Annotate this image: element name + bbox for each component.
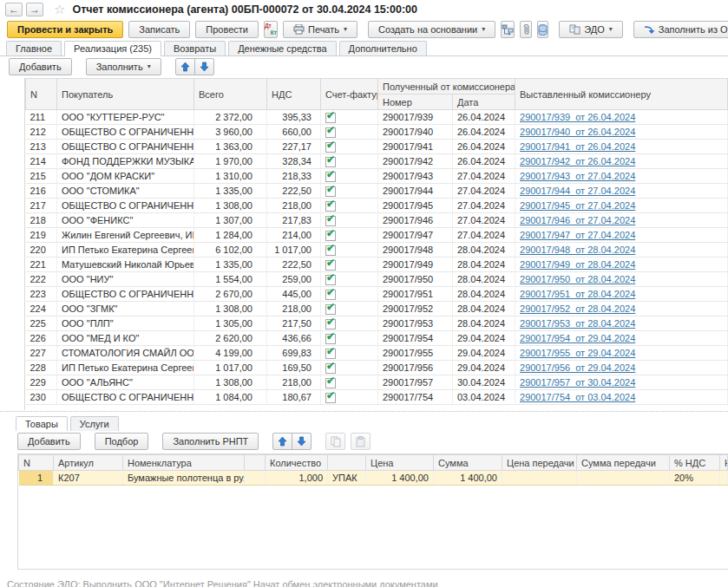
invoice-checkbox[interactable]: ✔ [325, 290, 336, 300]
goods-col-n[interactable]: N [19, 455, 54, 471]
goods-add-button[interactable]: Добавить [17, 433, 81, 450]
goods-col-vat[interactable]: % НДС [670, 455, 720, 471]
issued-invoice-link[interactable]: 290017/939 от 26.04.2024 [520, 112, 635, 122]
related-documents-button[interactable] [501, 21, 515, 38]
realization-row[interactable]: 228 ИП Петько Екатерина Сергеевна 1 017,… [26, 361, 728, 375]
invoice-checkbox[interactable]: ✔ [325, 172, 336, 182]
realization-row[interactable]: 215 ООО "ДОМ КРАСКИ" 1 310,00 218,33 ✔ 2… [26, 169, 728, 184]
issued-invoice-link[interactable]: 290017/952 от 28.04.2024 [520, 303, 635, 314]
write-button[interactable]: Записать [128, 21, 190, 38]
move-up-button[interactable] [175, 58, 195, 75]
realization-row[interactable]: 224 ООО "ЗГМК" 1 308,00 218,00 ✔ 290017/… [26, 302, 728, 316]
issued-invoice-link[interactable]: 290017/942 от 26.04.2024 [520, 156, 635, 166]
issued-invoice-link[interactable]: 290017/944 от 27.04.2024 [520, 186, 635, 196]
tab[interactable]: Реализация (235) [64, 41, 161, 55]
invoice-checkbox[interactable]: ✔ [325, 334, 336, 344]
issued-invoice-link[interactable]: 290017/754 от 03.04.2024 [520, 392, 635, 402]
move-down-button[interactable] [194, 58, 214, 75]
paste-row-button[interactable] [351, 433, 371, 450]
realization-row[interactable]: 214 ФОНД ПОДДЕРЖКИ МУЗЫКА… 1 970,00 328,… [26, 154, 728, 169]
issued-invoice-link[interactable]: 290017/954 от 29.04.2024 [520, 333, 635, 343]
invoice-checkbox[interactable]: ✔ [325, 393, 336, 403]
tab[interactable]: Главное [6, 41, 62, 55]
goods-col-sum[interactable]: Сумма [434, 455, 502, 471]
goods-col-quantity[interactable]: Количество [266, 455, 328, 471]
back-button[interactable]: ← [5, 3, 23, 16]
attachments-button[interactable] [520, 21, 532, 38]
invoice-checkbox[interactable]: ✔ [325, 157, 336, 167]
issued-invoice-link[interactable]: 290017/955 от 29.04.2024 [520, 348, 635, 358]
realization-row[interactable]: 218 ООО "ФЕНИКС" 1 307,00 217,83 ✔ 29001… [26, 213, 728, 228]
tab[interactable]: Услуги [70, 416, 119, 431]
invoice-checkbox[interactable]: ✔ [325, 186, 336, 197]
issued-invoice-link[interactable]: 290017/940 от 26.04.2024 [520, 127, 635, 137]
realization-row[interactable]: 219 Жилин Евгений Сергеевич, ИП 1 284,00… [26, 228, 728, 243]
invoice-checkbox[interactable]: ✔ [325, 127, 336, 138]
realization-row[interactable]: 212 ОБЩЕСТВО С ОГРАНИЧЕНН… 3 960,00 660,… [26, 125, 728, 140]
invoice-checkbox[interactable]: ✔ [325, 201, 336, 212]
print-button[interactable]: Печать ▾ [283, 21, 357, 38]
realization-row[interactable]: 223 ОБЩЕСТВО С ОГРАНИЧЕНН… 2 670,00 445,… [26, 287, 728, 302]
tab[interactable]: Денежные средства [228, 41, 336, 55]
issued-invoice-link[interactable]: 290017/945 от 27.04.2024 [520, 200, 635, 211]
realization-row[interactable]: 221 Матушевский Николай Юрьевич 1 335,00… [26, 258, 728, 272]
add-row-button[interactable]: Добавить [9, 58, 72, 75]
col-header-invoice[interactable]: Счет-фактура [321, 79, 378, 110]
invoice-checkbox[interactable]: ✔ [325, 378, 336, 388]
realization-row[interactable]: 227 СТОМАТОЛОГИЯ СМАЙЛ ООО 4 199,00 699,… [26, 346, 728, 361]
invoice-checkbox[interactable]: ✔ [325, 231, 336, 241]
goods-col-nomenclature[interactable]: Номенклатура [123, 455, 245, 471]
issued-invoice-link[interactable]: 290017/943 от 27.04.2024 [520, 171, 635, 181]
invoice-checkbox[interactable]: ✔ [325, 245, 336, 256]
issued-invoice-link[interactable]: 290017/953 от 28.04.2024 [520, 318, 635, 329]
forward-button[interactable]: → [26, 3, 43, 16]
col-header-vat[interactable]: НДС [267, 79, 321, 110]
fill-button[interactable]: Заполнить ▾ [86, 58, 161, 75]
goods-move-up-button[interactable] [272, 433, 292, 450]
realization-row[interactable]: 213 ОБЩЕСТВО С ОГРАНИЧЕНН… 1 363,00 227,… [26, 140, 728, 154]
post-and-close-button[interactable]: Провести и закрыть [7, 21, 123, 38]
col-header-buyer[interactable]: Покупатель [57, 79, 194, 110]
invoice-checkbox[interactable]: ✔ [325, 216, 336, 226]
issued-invoice-link[interactable]: 290017/946 от 27.04.2024 [520, 215, 635, 225]
post-button[interactable]: Провести [195, 21, 259, 38]
goods-col-transfer-sum[interactable]: Сумма передачи [577, 455, 670, 471]
goods-col-transfer-price[interactable]: Цена передачи [502, 455, 577, 471]
tab[interactable]: Возвраты [164, 41, 226, 55]
copy-row-button[interactable] [325, 433, 345, 450]
issued-invoice-link[interactable]: 290017/941 от 26.04.2024 [520, 141, 635, 152]
issued-invoice-link[interactable]: 290017/948 от 28.04.2024 [520, 245, 635, 255]
col-header-n[interactable]: N [26, 79, 57, 110]
issued-invoice-link[interactable]: 290017/950 от 28.04.2024 [520, 274, 635, 284]
invoice-checkbox[interactable]: ✔ [325, 142, 336, 153]
col-header-total[interactable]: Всего [194, 79, 267, 110]
col-header-date[interactable]: Дата [453, 95, 515, 110]
issued-invoice-link[interactable]: 290017/951 от 28.04.2024 [520, 289, 635, 299]
col-header-number[interactable]: Номер [378, 95, 453, 110]
fill-from-ozon-button[interactable]: Заполнить из Ozon [633, 21, 728, 38]
edo-button[interactable]: ЭДО ▾ [559, 21, 623, 38]
realization-row[interactable]: 222 ООО "НИУ" 1 554,00 259,00 ✔ 290017/9… [26, 272, 728, 287]
goods-move-down-button[interactable] [292, 433, 312, 450]
favorite-star-icon[interactable]: ☆ [54, 2, 65, 17]
tab[interactable]: Товары [16, 416, 68, 431]
invoice-checkbox[interactable]: ✔ [325, 275, 336, 285]
realization-row[interactable]: 211 ООО "КУТТЕРЕР-РУС" 2 372,00 395,33 ✔… [26, 110, 728, 125]
invoice-checkbox[interactable]: ✔ [325, 113, 336, 123]
invoice-checkbox[interactable]: ✔ [325, 260, 336, 271]
issued-invoice-link[interactable]: 290017/957 от 30.04.2024 [520, 377, 635, 388]
invoice-checkbox[interactable]: ✔ [325, 363, 336, 374]
registers-button[interactable] [537, 21, 548, 38]
issued-invoice-link[interactable]: 290017/956 от 29.04.2024 [520, 362, 635, 373]
show-postings-button[interactable]: ДтКт [264, 21, 278, 38]
create-based-on-button[interactable]: Создать на основании ▾ [368, 21, 495, 38]
section-splitter[interactable] [0, 411, 728, 412]
goods-col-cut[interactable]: Н [720, 455, 728, 471]
fill-rnpt-button[interactable]: Заполнить РНПТ [162, 433, 259, 450]
invoice-checkbox[interactable]: ✔ [325, 319, 336, 329]
realization-row[interactable]: 216 ООО "СТОМИКА" 1 335,00 222,50 ✔ 2900… [26, 184, 728, 199]
invoice-checkbox[interactable]: ✔ [325, 349, 336, 359]
invoice-checkbox[interactable]: ✔ [325, 304, 336, 315]
issued-invoice-link[interactable]: 290017/949 от 28.04.2024 [520, 259, 635, 270]
goods-pick-button[interactable]: Подбор [95, 433, 149, 450]
